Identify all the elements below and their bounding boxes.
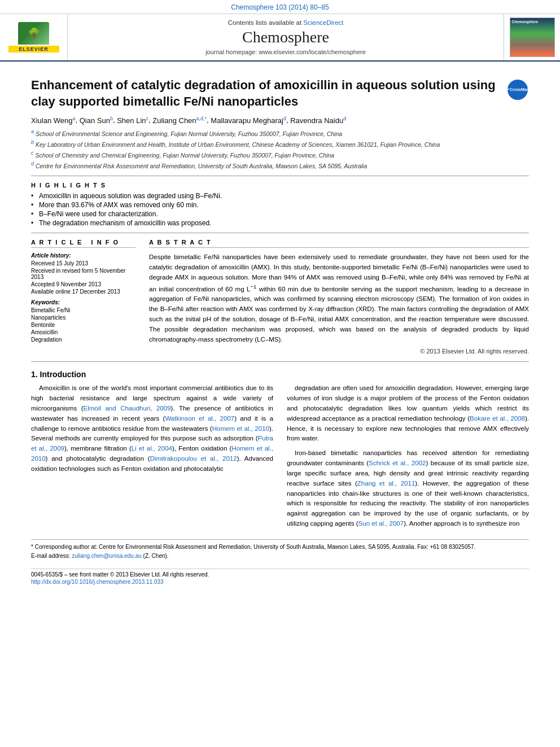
highlight-item-1: Amoxicillin in aqueous solution was degr… [31, 192, 529, 200]
elsevier-logo-area: 🌳 ELSEVIER [0, 14, 68, 60]
revised-date: Received in revised form 5 November 2013 [31, 268, 135, 280]
abstract-title: A B S T R A C T [149, 239, 529, 248]
page-footer: 0045-6535/$ – see front matter © 2013 El… [31, 569, 529, 585]
abstract-text: Despite bimetallic Fe/Ni nanoparticles h… [149, 252, 529, 344]
volume-text: Chemosphere 103 (2014) 80–85 [231, 3, 329, 11]
ref-zhang[interactable]: Zhang et al., 2011 [357, 480, 415, 487]
intro-text-columns: Amoxicillin is one of the world's most i… [31, 383, 529, 533]
highlight-item-2: More than 93.67% of AMX was removed only… [31, 201, 529, 209]
affiliations: a School of Environmental Science and En… [31, 128, 529, 171]
author-1: Xiulan Wenga [31, 116, 76, 125]
main-content: Enhancement of catalytic degradation of … [0, 62, 560, 595]
journal-volume-info: Chemosphere 103 (2014) 80–85 [0, 0, 560, 14]
elsevier-tree-icon: 🌳 [18, 22, 49, 45]
divider-2 [31, 233, 529, 233]
journal-url: journal homepage: www.elsevier.com/locat… [205, 49, 366, 55]
article-history-label: Article history: [31, 252, 135, 259]
authors-line: Xiulan Wenga, Qian Sunb, Shen Linc, Zuli… [31, 115, 529, 124]
elsevier-brand-text: ELSEVIER [8, 46, 59, 53]
sciencedirect-text: Contents lists available at ScienceDirec… [228, 19, 344, 26]
affiliation-b: b Key Laboratory of Urban Environment an… [31, 139, 529, 148]
journal-header: 🌳 ELSEVIER Contents lists available at S… [0, 14, 560, 62]
keyword-4: Amoxicillin [31, 329, 135, 335]
highlight-item-3: B–Fe/Ni were used for characterization. [31, 210, 529, 218]
available-online-date: Available online 17 December 2013 [31, 289, 135, 295]
intro-right-col: degradation are often used for amoxicill… [287, 383, 529, 533]
page: Chemosphere 103 (2014) 80–85 🌳 ELSEVIER … [0, 0, 560, 747]
author-2-sup: b [110, 115, 113, 121]
journal-title: Chemosphere [242, 28, 329, 46]
intro-left-col: Amoxicillin is one of the world's most i… [31, 383, 273, 533]
author-6: Ravendra Naidud [290, 116, 346, 125]
doi-link[interactable]: http://dx.doi.org/10.1016/j.chemosphere.… [31, 579, 164, 585]
chemosphere-cover-area: Chemosphere [504, 14, 560, 60]
email-link[interactable]: zuliang.chen@unisa.edu.au [72, 553, 142, 559]
article-title: Enhancement of catalytic degradation of … [31, 77, 500, 110]
accepted-date: Accepted 9 November 2013 [31, 281, 135, 287]
author-1-sup: a [72, 115, 75, 121]
highlights-title: H I G H L I G H T S [31, 182, 529, 189]
received-date: Received 15 July 2013 [31, 260, 135, 267]
intro-para-2: degradation are often used for amoxicill… [287, 383, 529, 444]
keywords-label: Keywords: [31, 299, 135, 305]
highlights-list: Amoxicillin in aqueous solution was degr… [31, 192, 529, 227]
article-info-column: A R T I C L E I N F O Article history: R… [31, 239, 135, 355]
article-title-section: Enhancement of catalytic degradation of … [31, 77, 529, 110]
ref-schrick[interactable]: Schrick et al., 2002 [369, 460, 426, 466]
footer-doi: http://dx.doi.org/10.1016/j.chemosphere.… [31, 579, 529, 585]
author-5: Mallavarapu Megharajd [211, 116, 286, 125]
copyright-text: © 2013 Elsevier Ltd. All rights reserved… [149, 348, 529, 355]
keyword-2: Nanoparticles [31, 314, 135, 321]
ref-homem1[interactable]: Homem et al., 2010 [212, 425, 269, 432]
ref-elmoil[interactable]: Elmoil and Chaudhuri, 2009 [84, 405, 171, 412]
footnote-email: E-mail address: zuliang.chen@unisa.edu.a… [31, 552, 529, 561]
author-3-sup: c [146, 115, 149, 121]
divider-3 [31, 361, 529, 362]
author-5-sup: d [283, 115, 286, 121]
chemosphere-cover-image: Chemosphere [510, 18, 555, 57]
article-info-title: A R T I C L E I N F O [31, 239, 135, 248]
footnote-area: * Corresponding author at: Centre for En… [31, 539, 529, 561]
crossmark-icon: ✓CrossMark [508, 80, 528, 100]
affiliation-d: d Centre for Environmental Risk Assessme… [31, 160, 529, 170]
introduction-section: 1. Introduction Amoxicillin is one of th… [31, 370, 529, 533]
sciencedirect-link[interactable]: ScienceDirect [303, 19, 343, 26]
affiliation-c: c School of Chemistry and Chemical Engin… [31, 150, 529, 159]
author-2: Qian Sunb [80, 116, 113, 125]
keyword-3: Bentonite [31, 322, 135, 328]
keyword-1: Bimetallic Fe/Ni [31, 307, 135, 313]
ref-dimitrakopoulou[interactable]: Dimitrakopoulou et al., 2012 [150, 455, 237, 462]
highlights-section: H I G H L I G H T S Amoxicillin in aqueo… [31, 182, 529, 227]
ref-bokare[interactable]: Bokare et al., 2008 [470, 415, 525, 422]
author-4-sup: a,d,* [196, 115, 207, 121]
info-abstract-section: A R T I C L E I N F O Article history: R… [31, 239, 529, 355]
intro-section-title: 1. Introduction [31, 370, 529, 379]
ref-sun[interactable]: Sun et al., 2007 [358, 520, 404, 527]
ref-li[interactable]: Li et al., 2004 [132, 445, 172, 452]
author-6-sup: d [343, 115, 346, 121]
journal-center-info: Contents lists available at ScienceDirec… [68, 14, 504, 60]
footnote-corresponding: * Corresponding author at: Centre for En… [31, 543, 529, 552]
keyword-5: Degradation [31, 337, 135, 343]
cover-graphic: Chemosphere [510, 18, 554, 56]
highlight-item-4: The degradation mechanism of amoxicillin… [31, 219, 529, 227]
author-4: Zuliang Chena,d,* [152, 116, 207, 125]
ref-watkinson[interactable]: Watkinson et al., 2007 [165, 415, 234, 422]
affiliation-a: a School of Environmental Science and En… [31, 128, 529, 138]
footer-issn: 0045-6535/$ – see front matter © 2013 El… [31, 571, 529, 578]
crossmark-logo[interactable]: ✓CrossMark [506, 78, 529, 101]
divider-1 [31, 176, 529, 176]
intro-para-1: Amoxicillin is one of the world's most i… [31, 383, 273, 474]
abstract-column: A B S T R A C T Despite bimetallic Fe/Ni… [149, 239, 529, 355]
elsevier-logo: 🌳 ELSEVIER [8, 22, 59, 53]
author-3: Shen Linc [117, 116, 148, 125]
cover-label: Chemosphere [512, 20, 539, 24]
intro-para-3: Iron-based bimetallic nanoparticles has … [287, 448, 529, 529]
